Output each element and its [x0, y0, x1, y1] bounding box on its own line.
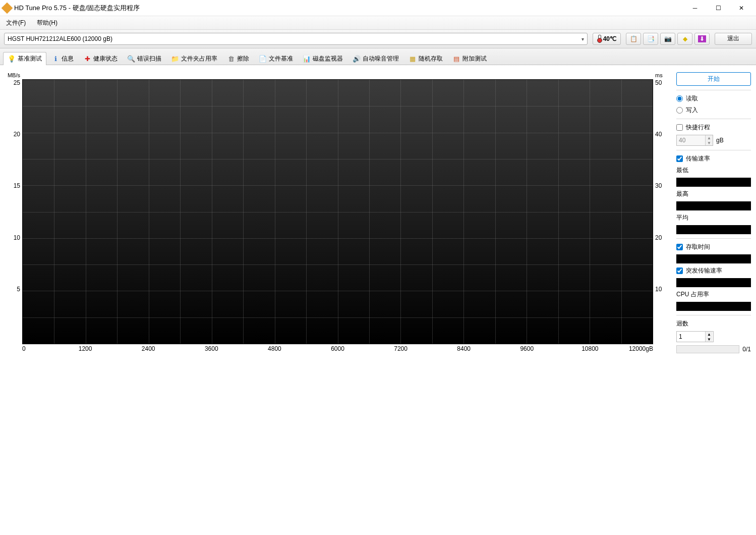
shortstroke-value[interactable]: [677, 136, 705, 145]
chart-column: 0120024003600480060007200840096001080012…: [22, 72, 653, 353]
tab-erase[interactable]: 🗑擦除: [222, 52, 254, 65]
temperature-box: 40℃: [593, 33, 621, 45]
chart-canvas: [22, 79, 653, 344]
chevron-down-icon: ▾: [581, 36, 584, 42]
y-axis-left: MB/s 2520151050: [5, 72, 22, 353]
transfer-rate-check-row[interactable]: 传输速率: [676, 154, 751, 163]
burst-rate-label: 突发传输速率: [686, 266, 722, 275]
spinner-down-icon[interactable]: ▼: [706, 337, 713, 342]
temperature-value: 40℃: [603, 35, 616, 42]
shortstroke-spinner[interactable]: ▲▼: [676, 135, 713, 146]
camera-icon: 📷: [664, 35, 672, 42]
tab-random[interactable]: ▦随机存取: [404, 52, 447, 65]
burst-rate-value-box: [676, 278, 751, 287]
write-radio-row[interactable]: 写入: [676, 106, 751, 115]
menu-file[interactable]: 文件(F): [4, 17, 28, 29]
menu-bar: 文件(F) 帮助(H): [0, 16, 756, 30]
exit-button[interactable]: 退出: [715, 33, 752, 45]
access-time-check-row[interactable]: 存取时间: [676, 243, 751, 251]
minimize-button[interactable]: ─: [683, 0, 707, 16]
tab-errscan[interactable]: 🔍错误扫描: [123, 52, 166, 65]
y-left-tick: 15: [14, 182, 20, 189]
mag-icon: 🔍: [127, 55, 135, 63]
loops-value[interactable]: [677, 332, 705, 341]
plus-icon: ✚: [83, 55, 91, 63]
shortstroke-checkbox[interactable]: [676, 124, 683, 131]
tab-folder[interactable]: 📁文件夹占用率: [166, 52, 222, 65]
toolbar: HGST HUH721212ALE600 (12000 gB) ▾ 40℃ 📋 …: [0, 30, 756, 48]
tab-label: 自动噪音管理: [363, 55, 399, 63]
spinner-up-icon[interactable]: ▲: [706, 332, 713, 337]
tab-benchmark[interactable]: 💡基准测试: [3, 52, 46, 65]
tab-bar: 💡基准测试ℹ信息✚健康状态🔍错误扫描📁文件夹占用率🗑擦除📄文件基准📊磁盘监视器🔊…: [0, 48, 756, 65]
tab-label: 磁盘监视器: [313, 55, 343, 63]
write-label: 写入: [686, 106, 698, 115]
min-label: 最低: [676, 166, 751, 175]
avg-label: 平均: [676, 213, 751, 222]
tab-label: 错误扫描: [137, 55, 161, 63]
toolbar-buttons: 📋 📑 📷 ◆ ⬇: [626, 33, 710, 45]
shortstroke-check-row[interactable]: 快捷行程: [676, 123, 751, 132]
y-right-tick: 50: [655, 79, 662, 86]
write-radio[interactable]: [676, 107, 683, 114]
drive-select-value: HGST HUH721212ALE600 (12000 gB): [8, 35, 112, 42]
y-right-tick: 20: [655, 234, 662, 241]
tab-filebench[interactable]: 📄文件基准: [254, 52, 298, 65]
max-label: 最高: [676, 190, 751, 198]
transfer-rate-checkbox[interactable]: [676, 155, 683, 162]
trash-icon: 🗑: [227, 55, 235, 63]
read-radio-row[interactable]: 读取: [676, 94, 751, 103]
min-value-box: [676, 178, 751, 187]
y-left-tick: 20: [14, 131, 20, 138]
tab-label: 文件夹占用率: [181, 55, 217, 63]
save-icon: ⬇: [698, 35, 706, 42]
tab-label: 附加测试: [462, 55, 487, 63]
fold-icon: 📁: [171, 55, 179, 63]
copy-text-icon: 📋: [630, 35, 637, 42]
screenshot-button[interactable]: 📷: [660, 33, 675, 45]
y-axis-right: ms 50403020100: [653, 72, 671, 353]
close-button[interactable]: ✕: [730, 0, 753, 16]
thermometer-icon: [597, 35, 601, 43]
tab-diskmon[interactable]: 📊磁盘监视器: [298, 52, 347, 65]
tab-extra[interactable]: ▤附加测试: [448, 52, 491, 65]
burst-rate-checkbox[interactable]: [676, 268, 683, 274]
y-right-tick: 40: [655, 131, 662, 138]
menu-help[interactable]: 帮助(H): [35, 17, 60, 29]
copy-text-button[interactable]: 📋: [626, 33, 641, 45]
access-time-checkbox[interactable]: [676, 244, 683, 250]
maximize-button[interactable]: ☐: [707, 0, 730, 16]
tab-aam[interactable]: 🔊自动噪音管理: [348, 52, 403, 65]
spinner-up-icon[interactable]: ▲: [706, 135, 713, 140]
start-button[interactable]: 开始: [676, 72, 751, 86]
progress-bar: [676, 345, 739, 353]
options-button[interactable]: ◆: [677, 33, 692, 45]
tab-label: 文件基准: [269, 55, 293, 63]
avg-value-box: [676, 225, 751, 234]
copy-info-button[interactable]: 📑: [643, 33, 658, 45]
read-radio[interactable]: [676, 95, 683, 102]
rand-icon: ▦: [409, 55, 417, 63]
control-panel: 开始 读取 写入 快捷行程 ▲▼ gB 传输速率 最低 最高: [676, 72, 751, 353]
bulb-icon: 💡: [8, 55, 16, 63]
loops-label: 迴数: [676, 319, 751, 328]
burst-rate-check-row[interactable]: 突发传输速率: [676, 266, 751, 275]
save-button[interactable]: ⬇: [694, 33, 710, 45]
x-axis: 0120024003600480060007200840096001080012…: [22, 344, 653, 353]
extra-icon: ▤: [452, 55, 460, 63]
window-titlebar: HD Tune Pro 5.75 - 硬盘/固态硬盘实用程序 ─ ☐ ✕: [0, 0, 756, 16]
y-left-tick: 25: [14, 79, 20, 86]
transfer-rate-label: 传输速率: [686, 154, 710, 163]
spinner-down-icon[interactable]: ▼: [706, 140, 713, 145]
app-icon: [2, 2, 13, 14]
tab-info[interactable]: ℹ信息: [47, 52, 78, 65]
bars-icon: 📊: [303, 55, 311, 63]
benchmark-chart: MB/s 2520151050 012002400360048006000720…: [5, 72, 671, 353]
loops-spinner[interactable]: ▲▼: [676, 331, 714, 342]
tab-label: 擦除: [237, 55, 249, 63]
main-content: MB/s 2520151050 012002400360048006000720…: [0, 65, 756, 358]
window-title: HD Tune Pro 5.75 - 硬盘/固态硬盘实用程序: [14, 4, 683, 13]
tab-health[interactable]: ✚健康状态: [79, 52, 122, 65]
drive-select[interactable]: HGST HUH721212ALE600 (12000 gB) ▾: [4, 33, 588, 45]
cpu-usage-label: CPU 占用率: [676, 290, 751, 299]
